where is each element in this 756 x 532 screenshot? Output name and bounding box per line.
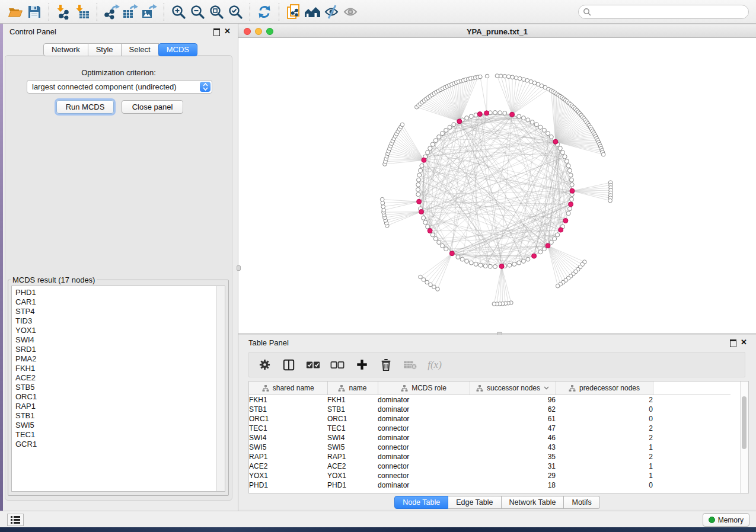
network-node[interactable] [558, 146, 562, 150]
network-node[interactable] [503, 111, 507, 116]
mcds-hub-node[interactable] [569, 202, 573, 207]
tab-select[interactable]: Select [122, 43, 159, 56]
satellite-node[interactable] [511, 75, 515, 79]
table-row[interactable]: RAP1RAP1dominator352 [249, 452, 731, 462]
close-panel-icon[interactable]: ✕ [741, 338, 747, 346]
search-field[interactable] [578, 5, 749, 19]
mcds-hub-node[interactable] [417, 199, 422, 204]
network-node[interactable] [521, 259, 525, 263]
satellite-node[interactable] [429, 283, 433, 287]
network-node[interactable] [567, 168, 572, 172]
export-table-button[interactable] [121, 2, 140, 21]
list-item[interactable]: PMA2 [15, 354, 215, 364]
close-panel-icon[interactable]: ✕ [224, 27, 231, 35]
mcds-hub-node[interactable] [457, 119, 462, 124]
network-node[interactable] [546, 132, 550, 136]
mcds-hub-node[interactable] [449, 251, 454, 256]
float-panel-icon[interactable] [213, 28, 220, 36]
network-node[interactable] [538, 250, 543, 254]
network-node[interactable] [452, 123, 456, 127]
network-node[interactable] [426, 150, 430, 155]
satellite-node[interactable] [432, 285, 436, 289]
satellite-node[interactable] [506, 75, 511, 79]
table-row[interactable]: SWI4SWI4dominator462 [249, 433, 731, 443]
network-node[interactable] [430, 233, 435, 237]
network-node[interactable] [448, 125, 452, 129]
import-network-button[interactable] [54, 2, 73, 21]
mcds-hub-node[interactable] [428, 229, 432, 233]
list-item[interactable]: GCR1 [15, 440, 215, 449]
network-node[interactable] [419, 168, 423, 172]
table-row[interactable]: ORC1ORC1dominator610 [249, 414, 731, 424]
tab-style[interactable]: Style [88, 43, 122, 56]
network-node[interactable] [556, 233, 560, 237]
mcds-hub-node[interactable] [553, 139, 558, 144]
memory-button[interactable]: Memory [703, 513, 749, 527]
network-node[interactable] [521, 116, 525, 120]
network-graph[interactable] [238, 38, 756, 333]
run-mcds-button[interactable]: Run MCDS [56, 100, 114, 114]
tab-network[interactable]: Network [43, 43, 88, 56]
task-history-button[interactable] [7, 514, 24, 526]
network-node[interactable] [469, 114, 473, 118]
export-image-button[interactable] [140, 2, 159, 21]
network-node[interactable] [570, 197, 574, 201]
network-node[interactable] [563, 155, 567, 159]
list-item[interactable]: STB1 [15, 411, 215, 421]
network-node[interactable] [526, 118, 530, 122]
export-network-button[interactable] [102, 2, 121, 21]
network-node[interactable] [465, 116, 469, 120]
satellite-node[interactable] [436, 287, 440, 291]
network-node[interactable] [416, 182, 420, 187]
network-node[interactable] [433, 236, 438, 241]
network-node[interactable] [534, 123, 538, 127]
satellite-node[interactable] [608, 198, 613, 203]
list-item[interactable]: STP4 [15, 307, 215, 316]
satellite-node[interactable] [503, 74, 507, 78]
network-node[interactable] [437, 135, 441, 139]
satellite-node[interactable] [522, 78, 526, 82]
tab-mcds[interactable]: MCDS [158, 43, 197, 56]
network-node[interactable] [479, 263, 483, 267]
network-node[interactable] [441, 132, 445, 136]
network-node[interactable] [542, 128, 546, 132]
mcds-hub-node[interactable] [419, 209, 424, 214]
import-table-button[interactable] [73, 2, 92, 21]
network-overview-button[interactable] [303, 2, 322, 21]
network-node[interactable] [441, 243, 445, 248]
mcds-hub-node[interactable] [532, 254, 537, 258]
list-item[interactable]: SRD1 [15, 345, 215, 354]
network-node[interactable] [433, 139, 438, 143]
column-header[interactable]: shared name [249, 382, 327, 395]
column-header[interactable]: name [327, 382, 378, 395]
network-node[interactable] [483, 264, 487, 268]
list-item[interactable]: SWI5 [15, 421, 215, 430]
table-row[interactable]: ACE2ACE2connector311 [249, 462, 731, 471]
mcds-hub-node[interactable] [559, 227, 563, 232]
search-input[interactable] [592, 7, 742, 17]
mcds-hub-node[interactable] [499, 264, 504, 269]
network-node[interactable] [549, 241, 553, 245]
tab-node-table[interactable]: Node Table [394, 496, 448, 509]
table-row[interactable]: TEC1TEC1connector472 [249, 424, 731, 433]
satellite-node[interactable] [525, 79, 529, 83]
show-column-panel-button[interactable] [282, 358, 296, 372]
network-node[interactable] [437, 241, 441, 245]
float-panel-icon[interactable] [730, 339, 736, 347]
satellite-node[interactable] [514, 76, 518, 80]
network-node[interactable] [569, 173, 573, 177]
network-node[interactable] [416, 193, 420, 197]
list-item[interactable]: TEC1 [15, 430, 215, 440]
mcds-list-scrollbar[interactable] [216, 286, 225, 491]
network-node[interactable] [570, 182, 574, 187]
list-item[interactable]: YOX1 [15, 326, 215, 335]
network-node[interactable] [456, 255, 460, 259]
network-node[interactable] [474, 262, 478, 266]
network-node[interactable] [560, 150, 564, 155]
mcds-hub-node[interactable] [546, 243, 550, 248]
network-node[interactable] [465, 259, 469, 263]
tab-edge-table[interactable]: Edge Table [448, 496, 501, 509]
network-node[interactable] [538, 125, 543, 129]
zoom-out-button[interactable] [188, 2, 207, 21]
network-node[interactable] [508, 263, 512, 267]
